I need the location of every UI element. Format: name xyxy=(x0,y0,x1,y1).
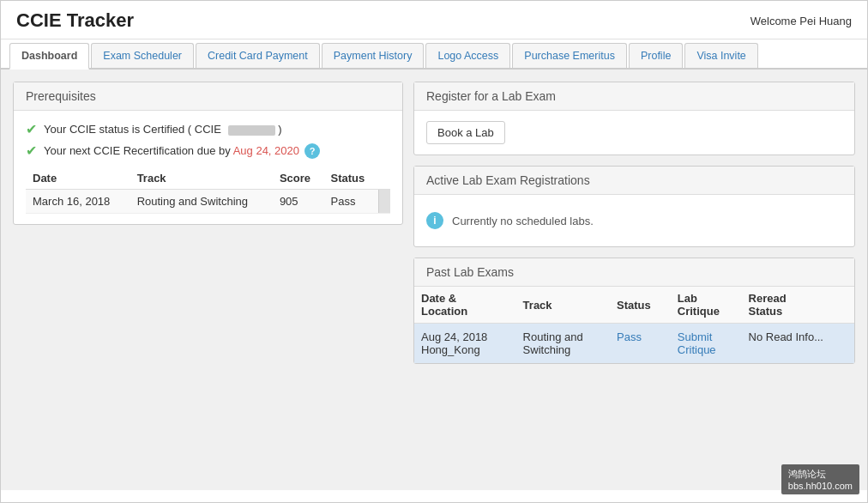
past-cell-reread-status: No Read Info... xyxy=(742,324,854,364)
tab-exam-scheduler[interactable]: Exam Scheduler xyxy=(91,43,194,68)
table-row: Aug 24, 2018 Hong_Kong Routing andSwitch… xyxy=(414,324,854,364)
col-score: Score xyxy=(273,167,324,190)
app-title: CCIE Tracker xyxy=(16,9,134,32)
recert-date: Aug 24, 2020 xyxy=(233,144,299,157)
check-icon-certified: ✔ xyxy=(26,121,37,137)
past-lab-exams-body: Date &Location Track Status LabCritique … xyxy=(414,287,854,363)
check-icon-recert: ✔ xyxy=(26,142,37,159)
help-icon[interactable]: ? xyxy=(304,143,320,159)
submit-critique-link[interactable]: SubmitCritique xyxy=(678,330,716,356)
col-status: Status xyxy=(324,167,391,190)
col-track: Track xyxy=(130,167,273,190)
cell-date: March 16, 2018 xyxy=(26,190,130,214)
main-content: Prerequisites ✔ Your CCIE status is Cert… xyxy=(1,70,867,490)
active-registrations-card: Active Lab Exam Registrations i Currentl… xyxy=(413,166,855,247)
tab-credit-card-payment[interactable]: Credit Card Payment xyxy=(196,43,320,68)
past-lab-exams-header: Past Lab Exams xyxy=(414,258,854,287)
prerequisites-body: ✔ Your CCIE status is Certified ( CCIE )… xyxy=(14,111,402,224)
active-registrations-body: i Currently no scheduled labs. xyxy=(414,195,854,246)
col-date: Date xyxy=(26,167,130,190)
cell-status: Pass xyxy=(324,190,391,214)
past-col-date-location: Date &Location xyxy=(414,287,516,324)
scroll-indicator[interactable] xyxy=(378,190,390,213)
register-lab-card: Register for a Lab Exam Book a Lab xyxy=(413,82,855,155)
register-lab-body: Book a Lab xyxy=(414,111,854,155)
past-col-reread-status: RereadStatus xyxy=(742,287,854,324)
ccie-number-blur xyxy=(228,125,275,136)
certified-text: Your CCIE status is Certified ( CCIE ) xyxy=(44,123,281,136)
active-registrations-header: Active Lab Exam Registrations xyxy=(414,167,854,195)
left-panel: Prerequisites ✔ Your CCIE status is Cert… xyxy=(13,82,403,478)
watermark: 鸿鹄论坛 bbs.hh010.com xyxy=(781,464,859,494)
tab-dashboard[interactable]: Dashboard xyxy=(9,43,89,70)
right-panel: Register for a Lab Exam Book a Lab Activ… xyxy=(413,82,855,478)
past-col-lab-critique: LabCritique xyxy=(671,287,742,324)
past-cell-track: Routing andSwitching xyxy=(516,324,610,364)
cell-track: Routing and Switching xyxy=(130,190,273,214)
certified-row: ✔ Your CCIE status is Certified ( CCIE ) xyxy=(26,121,390,137)
tab-visa-invite[interactable]: Visa Invite xyxy=(684,43,757,68)
past-col-track: Track xyxy=(516,287,610,324)
recert-text: Your next CCIE Recertification due by Au… xyxy=(44,144,299,157)
register-lab-header: Register for a Lab Exam xyxy=(414,82,854,111)
prereq-table: Date Track Score Status March 16, 2018 R… xyxy=(26,167,390,214)
prerequisites-card: Prerequisites ✔ Your CCIE status is Cert… xyxy=(13,82,403,225)
past-table-header-row: Date &Location Track Status LabCritique … xyxy=(414,287,854,324)
book-lab-button[interactable]: Book a Lab xyxy=(426,121,505,144)
past-cell-date-location: Aug 24, 2018 Hong_Kong xyxy=(414,324,516,364)
cell-score: 905 xyxy=(273,190,324,214)
tab-logo-access[interactable]: Logo Access xyxy=(425,43,510,68)
no-labs-info: i Currently no scheduled labs. xyxy=(426,205,842,236)
prerequisites-header: Prerequisites xyxy=(14,82,402,111)
past-cell-lab-critique: SubmitCritique xyxy=(671,324,742,364)
past-lab-table: Date &Location Track Status LabCritique … xyxy=(414,287,854,363)
nav-tabs: Dashboard Exam Scheduler Credit Card Pay… xyxy=(1,39,867,70)
table-row: March 16, 2018 Routing and Switching 905… xyxy=(26,190,390,214)
tab-profile[interactable]: Profile xyxy=(629,43,683,68)
welcome-text: Welcome Pei Huang xyxy=(750,15,852,27)
tab-payment-history[interactable]: Payment History xyxy=(322,43,425,68)
past-col-status: Status xyxy=(610,287,671,324)
prereq-table-header-row: Date Track Score Status xyxy=(26,167,390,190)
info-icon: i xyxy=(426,212,443,229)
past-lab-exams-card: Past Lab Exams Date &Location Track Stat… xyxy=(413,258,855,364)
past-cell-status: Pass xyxy=(610,324,671,364)
recert-row: ✔ Your next CCIE Recertification due by … xyxy=(26,142,390,159)
tab-purchase-emeritus[interactable]: Purchase Emeritus xyxy=(512,43,627,68)
no-labs-text: Currently no scheduled labs. xyxy=(452,215,594,227)
